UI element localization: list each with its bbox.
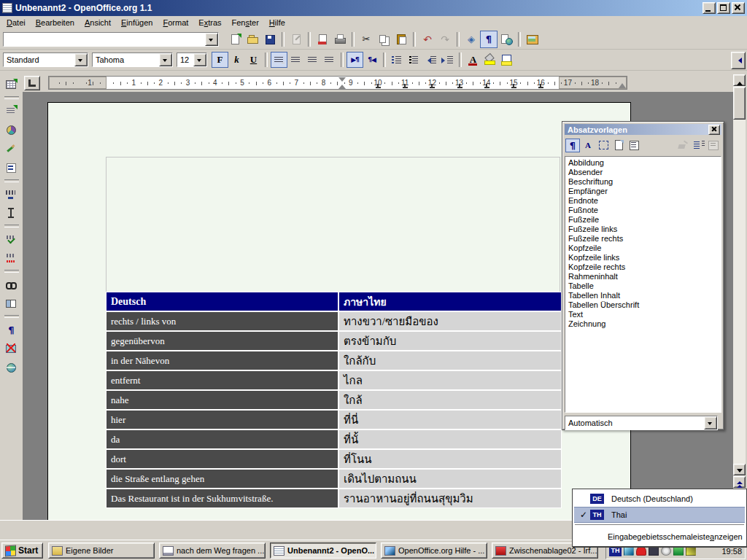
style-item-tabelle[interactable]: Tabelle: [567, 281, 721, 291]
autotext-button[interactable]: [3, 185, 20, 203]
bullets-button[interactable]: [406, 52, 422, 68]
table-cell-german[interactable]: entfernt: [107, 371, 338, 389]
underline-button[interactable]: U: [245, 52, 262, 68]
ruler-tab-stop[interactable]: [430, 83, 435, 88]
auto-spellcheck-button[interactable]: [3, 249, 20, 267]
volume-tray-icon[interactable]: [661, 546, 671, 556]
language-indicator[interactable]: TH: [609, 545, 622, 556]
form-functions-button[interactable]: [3, 159, 20, 176]
style-item-kopfzeile[interactable]: Kopfzeile: [567, 244, 721, 253]
character-styles-button[interactable]: A: [581, 139, 595, 152]
url-combobox[interactable]: [3, 32, 219, 47]
language-menu-item-input-locale-bar[interactable]: Eingabegebietsschemaleiste anzeigen: [574, 529, 745, 545]
numbering-styles-button[interactable]: [627, 139, 641, 152]
paragraph-style-combobox[interactable]: Standard: [3, 52, 88, 67]
table-cell-german[interactable]: gegenübervon: [107, 332, 338, 350]
paragraph-style-dropdown-button[interactable]: [74, 53, 88, 66]
table-cell-german[interactable]: dort: [107, 450, 338, 468]
online-layout-button[interactable]: [3, 359, 20, 376]
menu-format[interactable]: Format: [158, 17, 193, 28]
paragraph-styles-button[interactable]: ¶: [565, 139, 580, 152]
align-left-button[interactable]: [271, 52, 287, 68]
stylist-title-bar[interactable]: Absatzvorlagen: [565, 124, 721, 135]
taskbar-button-eigene-bilder[interactable]: Eigene Bilder: [48, 542, 155, 559]
menu-einfugen[interactable]: Einfügen: [116, 17, 158, 28]
style-item-empfanger[interactable]: Empfänger: [567, 187, 721, 196]
scrollbar-thumb[interactable]: [733, 87, 746, 120]
left-to-right-button[interactable]: ▶¶: [347, 52, 363, 68]
table-cell-thai[interactable]: ไกล: [339, 371, 561, 389]
increase-indent-button[interactable]: [439, 52, 456, 68]
ruler-tab-stop[interactable]: [538, 83, 543, 88]
copy-button[interactable]: [375, 31, 392, 48]
table-cell-german[interactable]: Das Restaurant ist in der Sukhumvitstraß…: [107, 489, 338, 508]
stylist-button[interactable]: ¶: [480, 31, 498, 48]
graphics-onoff-button[interactable]: [3, 340, 20, 357]
language-menu-item-deutsch-deutschland[interactable]: DEDeutsch (Deutschland): [574, 491, 745, 507]
style-item-fuzeile-links[interactable]: Fußzeile links: [567, 225, 721, 234]
table-cell-german[interactable]: rechts / links von: [107, 312, 338, 330]
find-replace-button[interactable]: [3, 276, 20, 293]
minimize-button[interactable]: [703, 2, 716, 14]
ruler-tab-stop[interactable]: [376, 83, 381, 88]
highlighting-button[interactable]: [481, 52, 498, 68]
table-cell-thai[interactable]: ที่นี่: [339, 411, 561, 429]
numbering-button[interactable]: [389, 52, 406, 68]
table-cell-german[interactable]: in der Nähevon: [107, 351, 338, 370]
align-center-button[interactable]: [287, 52, 304, 68]
style-item-rahmeninhalt[interactable]: Rahmeninhalt: [567, 272, 721, 281]
style-list[interactable]: AbbildungAbsenderBeschriftungEmpfängerEn…: [565, 156, 721, 413]
style-item-funote[interactable]: Fußnote: [567, 206, 721, 215]
style-item-endnote[interactable]: Endnote: [567, 196, 721, 206]
cut-button[interactable]: ✂: [357, 31, 375, 48]
table-cell-german[interactable]: die Straße entlang gehen: [107, 470, 338, 488]
language-menu-item-thai[interactable]: ✓THThai: [574, 507, 745, 523]
document-table[interactable]: Deutschภาษาไทยrechts / links vonทางขวา/ซ…: [106, 292, 562, 508]
direct-cursor-button[interactable]: [3, 204, 20, 222]
navigator-button[interactable]: ◈: [462, 31, 480, 48]
table-cell-thai[interactable]: ใกล้กับ: [339, 351, 561, 370]
table-cell-thai[interactable]: ที่โนน: [339, 450, 561, 468]
style-item-beschriftung[interactable]: Beschriftung: [567, 177, 721, 187]
taskbar-button-openofficeorg-hilfe[interactable]: OpenOffice.org Hilfe - ...: [381, 542, 487, 559]
table-cell-thai[interactable]: รานอาหานอยู่ที่ถนนสุขุมวิม: [339, 489, 561, 508]
font-color-button[interactable]: A: [465, 52, 481, 68]
menu-datei[interactable]: Datei: [1, 17, 31, 28]
new-style-from-selection-button[interactable]: [691, 139, 705, 152]
frame-styles-button[interactable]: [596, 139, 611, 152]
fill-format-mode-button[interactable]: [676, 139, 690, 152]
bold-button[interactable]: F: [212, 52, 228, 68]
menu-fenster[interactable]: Fenster: [227, 17, 264, 28]
audio-tray-icon[interactable]: [649, 546, 659, 556]
style-item-zeichnung[interactable]: Zeichnung: [567, 319, 721, 329]
stylist-close-button[interactable]: [708, 125, 720, 135]
style-item-text[interactable]: Text: [567, 310, 721, 319]
table-cell-german[interactable]: da: [107, 430, 338, 448]
maximize-button[interactable]: [717, 2, 730, 14]
nonprinting-chars-button[interactable]: ¶: [3, 321, 20, 338]
style-item-kopfzeile-links[interactable]: Kopfzeile links: [567, 253, 721, 262]
style-item-tabellen-uberschrift[interactable]: Tabellen Überschrift: [567, 300, 721, 310]
data-sources-button[interactable]: [3, 295, 20, 312]
menu-hilfe[interactable]: Hilfe: [264, 17, 290, 28]
quickstarter-tray-icon[interactable]: [624, 546, 634, 556]
new-document-button[interactable]: [226, 31, 244, 48]
right-indent-marker[interactable]: [619, 79, 626, 88]
decrease-indent-button[interactable]: [422, 52, 439, 68]
table-cell-thai[interactable]: ที่นั้: [339, 430, 561, 448]
page-styles-button[interactable]: [611, 139, 626, 152]
table-header-thai[interactable]: ภาษาไทย: [339, 292, 561, 311]
style-filter-combobox[interactable]: Automatisch: [565, 416, 718, 430]
save-button[interactable]: [261, 31, 279, 48]
open-button[interactable]: [244, 31, 261, 48]
table-cell-german[interactable]: nahe: [107, 391, 338, 409]
draw-functions-button[interactable]: [3, 140, 20, 158]
ruler-tab-stop[interactable]: [511, 83, 516, 88]
taskbar-button-unbenannt2-openo[interactable]: Unbenannt2 - OpenO...: [270, 542, 376, 559]
paste-button[interactable]: [392, 31, 410, 48]
spellcheck-button[interactable]: [3, 230, 20, 248]
table-cell-thai[interactable]: ทางขวา/ซายมือของ: [339, 312, 561, 330]
table-cell-thai[interactable]: ใกล้: [339, 391, 561, 409]
close-button[interactable]: [732, 2, 745, 14]
font-size-combobox[interactable]: 12: [177, 52, 207, 67]
